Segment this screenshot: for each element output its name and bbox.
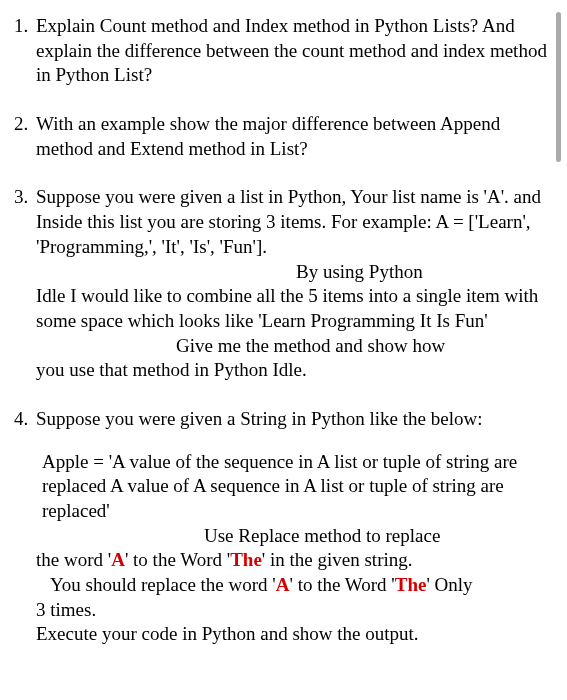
question-text-part: 3 times. (36, 598, 549, 623)
scrollbar[interactable] (556, 12, 561, 162)
highlighted-word: The (395, 574, 427, 595)
question-text-part: the word 'A' to the Word 'The' in the gi… (36, 548, 549, 573)
text-fragment: ' to the Word ' (290, 574, 395, 595)
question-text-part: Execute your code in Python and show the… (36, 622, 549, 647)
question-4: 4. Suppose you were given a String in Py… (14, 407, 549, 647)
question-2: 2. With an example show the major differ… (14, 112, 549, 161)
question-number: 3. (14, 185, 28, 210)
text-fragment: the word ' (36, 549, 111, 570)
question-1: 1. Explain Count method and Index method… (14, 14, 549, 88)
question-number: 1. (14, 14, 28, 39)
question-text-part: Idle I would like to combine all the 5 i… (36, 284, 549, 333)
highlighted-word: The (230, 549, 262, 570)
question-text-part: Suppose you were given a String in Pytho… (36, 407, 549, 432)
text-fragment: ' Only (426, 574, 472, 595)
text-fragment: ' to the Word ' (125, 549, 230, 570)
question-text-part: By using Python (36, 260, 549, 285)
question-text-part: you use that method in Python Idle. (36, 358, 549, 383)
text-fragment: ' in the given string. (262, 549, 413, 570)
question-text-part: Use Replace method to replace (36, 524, 549, 549)
question-text-part: You should replace the word 'A' to the W… (36, 573, 549, 598)
question-text-part: Suppose you were given a list in Python,… (36, 185, 549, 259)
question-list: 1. Explain Count method and Index method… (14, 14, 549, 647)
highlighted-word: A (111, 549, 125, 570)
question-text: With an example show the major differenc… (36, 112, 549, 161)
highlighted-word: A (276, 574, 290, 595)
question-number: 4. (14, 407, 28, 432)
text-fragment: You should replace the word ' (50, 574, 276, 595)
question-3: 3. Suppose you were given a list in Pyth… (14, 185, 549, 383)
question-number: 2. (14, 112, 28, 137)
question-text-part: Apple = 'A value of the sequence in A li… (36, 450, 549, 524)
question-text: Explain Count method and Index method in… (36, 14, 549, 88)
question-text-part: Give me the method and show how (36, 334, 549, 359)
